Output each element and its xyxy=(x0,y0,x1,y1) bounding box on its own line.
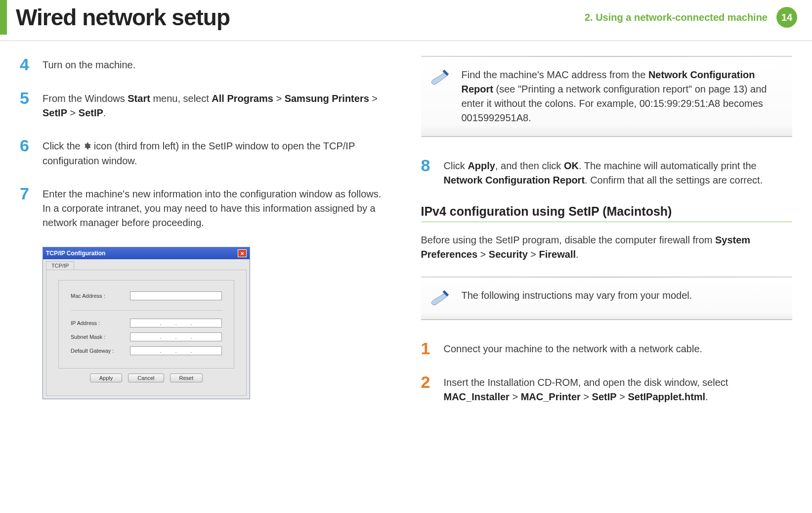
note-icon xyxy=(429,288,451,308)
chapter-label: 2. Using a network-connected machine xyxy=(585,12,768,23)
step-4: 4 Turn on the machine. xyxy=(20,56,391,73)
text: . xyxy=(576,249,579,260)
bold: All Programs xyxy=(212,93,273,104)
tcpip-button-row: Apply Cancel Reset xyxy=(58,369,234,386)
window-title: TCP/IP Configuration xyxy=(46,250,105,257)
text: > xyxy=(477,249,489,260)
bold: Apply xyxy=(468,160,495,171)
text: Click the xyxy=(43,140,83,151)
mac-intro-para: Before using the SetIP program, disable … xyxy=(421,233,793,262)
text: . xyxy=(705,391,708,402)
step-6: 6 Click the icon (third from left) in th… xyxy=(20,137,391,168)
text: > xyxy=(528,249,539,260)
tcpip-screenshot: TCP/IP Configuration ✕ TCP/IP Mac Addres… xyxy=(43,247,391,399)
gateway-input[interactable]: ... xyxy=(130,346,222,355)
text: > xyxy=(510,391,521,402)
text: Before using the SetIP program, disable … xyxy=(421,234,715,245)
bold: Security xyxy=(489,249,528,260)
mac-step-2: 2 Insert the Installation CD-ROM, and op… xyxy=(421,373,793,404)
subnet-input[interactable]: ... xyxy=(130,332,222,341)
bold: MAC_Printer xyxy=(521,391,581,402)
apply-button[interactable]: Apply xyxy=(90,373,123,382)
tcpip-window: TCP/IP Configuration ✕ TCP/IP Mac Addres… xyxy=(43,247,250,399)
step-number: 8 xyxy=(421,157,435,187)
subnet-row: Subnet Mask : ... xyxy=(71,332,222,341)
text: , and then click xyxy=(495,160,564,171)
page-header: Wired network setup 2. Using a network-c… xyxy=(0,0,812,41)
right-column: Find the machine's MAC address from the … xyxy=(421,56,793,421)
text: menu, select xyxy=(150,93,212,104)
text: > xyxy=(273,93,285,104)
subheading-mac: IPv4 configuration using SetIP (Macintos… xyxy=(421,204,793,222)
tcpip-tab[interactable]: TCP/IP xyxy=(46,261,74,270)
text: Find the machine's MAC address from the xyxy=(462,69,648,80)
bold: OK xyxy=(564,160,579,171)
page-number-badge: 14 xyxy=(776,7,797,28)
bold: Network Configuration Report xyxy=(444,175,585,186)
step-text: Turn on the machine. xyxy=(43,56,135,73)
text: . Confirm that all the settings are corr… xyxy=(585,175,763,186)
ip-input[interactable]: ... xyxy=(130,319,222,327)
note-text: Find the machine's MAC address from the … xyxy=(462,68,785,125)
text: > xyxy=(617,391,628,402)
note-model-vary: The following instructions may vary from… xyxy=(421,277,793,320)
note-mac-address: Find the machine's MAC address from the … xyxy=(421,56,793,137)
subnet-label: Subnet Mask : xyxy=(71,334,130,340)
mac-row: Mac Address : xyxy=(71,291,222,300)
note-icon xyxy=(429,68,451,88)
text: Click xyxy=(444,160,468,171)
step-5: 5 From the Windows Start menu, select Al… xyxy=(20,90,391,120)
bold: SetIP xyxy=(592,391,617,402)
header-right: 2. Using a network-connected machine 14 xyxy=(585,7,797,28)
gateway-row: Default Gateway : ... xyxy=(71,346,222,355)
close-icon[interactable]: ✕ xyxy=(238,249,247,257)
mac-step-1: 1 Connect your machine to the network wi… xyxy=(421,340,793,357)
step-number: 5 xyxy=(20,90,34,120)
text: > xyxy=(67,107,79,118)
step-number: 2 xyxy=(421,373,435,404)
text: . xyxy=(103,107,106,118)
bold: Firewall xyxy=(539,249,576,260)
page-title: Wired network setup xyxy=(16,4,230,31)
step-number: 1 xyxy=(421,340,435,357)
cancel-button[interactable]: Cancel xyxy=(128,373,164,382)
left-column: 4 Turn on the machine. 5 From the Window… xyxy=(20,56,391,421)
text: From the Windows xyxy=(43,93,128,104)
bold: SetIP xyxy=(43,107,67,118)
mac-input[interactable] xyxy=(130,291,222,300)
step-number: 6 xyxy=(20,137,34,168)
step-text: Click Apply, and then click OK. The mach… xyxy=(444,157,793,187)
step-text: From the Windows Start menu, select All … xyxy=(43,90,391,120)
accent-bar xyxy=(0,0,7,35)
text: . The machine will automatically print t… xyxy=(579,160,757,171)
bold: SetIPapplet.html xyxy=(628,391,705,402)
step-text: Insert the Installation CD-ROM, and open… xyxy=(444,373,793,404)
main-content: 4 Turn on the machine. 5 From the Window… xyxy=(0,41,812,421)
step-8: 8 Click Apply, and then click OK. The ma… xyxy=(421,157,793,187)
text: > xyxy=(369,93,378,104)
bold: SetIP xyxy=(79,107,103,118)
text: > xyxy=(581,391,592,402)
step-text: Connect your machine to the network with… xyxy=(444,340,703,357)
mac-label: Mac Address : xyxy=(71,293,130,299)
divider xyxy=(71,310,222,311)
tcpip-inner: Mac Address : IP Address : ... Subnet Ma… xyxy=(58,280,234,369)
tcpip-titlebar: TCP/IP Configuration ✕ xyxy=(43,247,250,259)
text: Insert the Installation CD-ROM, and open… xyxy=(444,377,728,388)
text: (see "Printing a network configuration r… xyxy=(462,84,767,123)
ip-row: IP Address : ... xyxy=(71,319,222,327)
step-text: Click the icon (third from left) in the … xyxy=(43,137,391,168)
reset-button[interactable]: Reset xyxy=(170,373,203,382)
note-text: The following instructions may vary from… xyxy=(462,288,692,308)
step-7: 7 Enter the machine's new information in… xyxy=(20,185,391,230)
gateway-label: Default Gateway : xyxy=(71,348,130,354)
bold: Start xyxy=(128,93,150,104)
header-left: Wired network setup xyxy=(0,0,230,35)
tcpip-panel: Mac Address : IP Address : ... Subnet Ma… xyxy=(46,270,247,396)
bold: MAC_Installer xyxy=(444,391,510,402)
bold: Samsung Printers xyxy=(285,93,369,104)
gear-icon xyxy=(83,140,91,154)
step-number: 4 xyxy=(20,56,34,73)
ip-label: IP Address : xyxy=(71,320,130,326)
step-text: Enter the machine's new information into… xyxy=(43,185,391,230)
